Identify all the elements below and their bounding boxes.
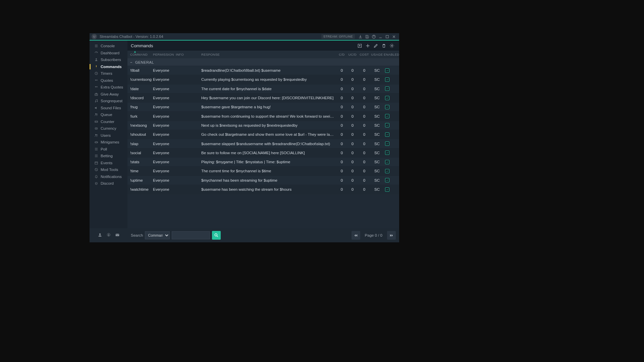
maximize-icon[interactable] — [384, 34, 390, 40]
import-icon[interactable] — [356, 42, 364, 50]
minimize-icon[interactable] — [377, 34, 384, 40]
cell-permission: Everyone — [153, 132, 176, 136]
sidebar-item-queue[interactable]: Queue — [90, 111, 127, 118]
checkbox-icon[interactable] — [385, 150, 389, 155]
sidebar-item-give-away[interactable]: Give Away — [90, 91, 127, 98]
table-row[interactable]: !lurkEveryone$username from continueing … — [127, 112, 399, 121]
table-row[interactable]: !socialEveryoneBe sure to follow me on [… — [127, 148, 399, 158]
cell-enabled — [384, 132, 399, 137]
search-input[interactable] — [172, 231, 210, 239]
col-header-cd[interactable]: C/D — [337, 53, 347, 56]
delete-icon[interactable] — [380, 42, 388, 50]
cell-permission: Everyone — [153, 77, 176, 81]
help-icon[interactable] — [370, 34, 377, 40]
svg-point-15 — [96, 134, 97, 135]
close-icon[interactable] — [390, 34, 397, 40]
checkbox-icon[interactable] — [385, 178, 389, 182]
sidebar-item-timers[interactable]: Timers — [90, 70, 127, 77]
settings-icon[interactable] — [388, 42, 396, 50]
checkbox-icon[interactable] — [385, 123, 389, 127]
sidebar-item-sound-files[interactable]: Sound Files — [90, 105, 127, 112]
page-title: Commands — [131, 43, 153, 48]
edit-icon[interactable] — [372, 42, 380, 50]
checkbox-icon[interactable] — [385, 169, 389, 173]
svg-point-9 — [95, 114, 96, 115]
sidebar-item-commands[interactable]: Commands — [90, 63, 127, 70]
col-header-cost[interactable]: COST — [358, 53, 370, 56]
save-icon[interactable] — [364, 34, 370, 40]
checkbox-icon[interactable] — [385, 187, 389, 192]
group-row[interactable]: − GENERAL — [127, 59, 399, 66]
col-header-usage[interactable]: USAGE — [370, 53, 384, 56]
gear-icon[interactable] — [106, 233, 111, 238]
col-header-info[interactable]: INFO — [176, 53, 201, 56]
cell-usage: SC — [370, 151, 384, 155]
sort-indicator-icon: ▲ — [133, 50, 137, 53]
bars-icon — [94, 147, 98, 151]
table-row[interactable]: !8ballEveryone$readrandline(D:\Chatbot\8… — [127, 66, 399, 75]
cell-response: $username slapped $randusername with $re… — [201, 142, 337, 146]
mail-icon[interactable] — [115, 233, 120, 238]
cell-command: !shoutout — [127, 132, 153, 136]
search-button[interactable] — [212, 231, 221, 240]
sidebar-item-users[interactable]: Users — [90, 132, 127, 139]
page-last-button[interactable] — [387, 231, 396, 240]
download-icon[interactable] — [357, 34, 364, 40]
sidebar-item-discord[interactable]: Discord — [90, 180, 127, 187]
cell-enabled — [384, 114, 399, 118]
sidebar-item-events[interactable]: Events — [90, 160, 127, 167]
cell-command: !discord — [127, 96, 153, 100]
sidebar-item-extra-quotes[interactable]: Extra Quotes — [90, 84, 127, 91]
user-icon[interactable] — [98, 233, 102, 238]
table-row[interactable]: !dateEveryoneThe current date for $mycha… — [127, 84, 399, 94]
sidebar-item-counter[interactable]: Counter — [90, 118, 127, 125]
checkbox-icon[interactable] — [385, 77, 389, 82]
sidebar-item-betting[interactable]: Betting — [90, 153, 127, 160]
add-icon[interactable] — [364, 42, 372, 50]
table-row[interactable]: !currentsongEveryoneCurrently playing $c… — [127, 75, 399, 84]
checkbox-icon[interactable] — [385, 86, 389, 91]
sidebar-item-dashboard[interactable]: Dashboard — [90, 50, 127, 57]
checkbox-icon[interactable] — [385, 141, 389, 146]
cell-usage: SC — [370, 123, 384, 127]
cell-cd: 0 — [337, 77, 347, 81]
table-row[interactable]: !watchtimeEveryone$username has been wat… — [127, 185, 399, 194]
sidebar-item-console[interactable]: Console — [90, 43, 127, 50]
col-header-command[interactable]: COMMAND — [127, 53, 153, 56]
cell-usage: SC — [370, 160, 384, 164]
sidebar-item-minigames[interactable]: Minigames — [90, 139, 127, 146]
table-row[interactable]: !shoutoutEveryoneGo check out $targetnam… — [127, 130, 399, 139]
table-row[interactable]: !timeEveryoneThe current time for $mycha… — [127, 167, 399, 176]
checkbox-icon[interactable] — [385, 160, 389, 164]
table-row[interactable]: !statsEveryonePlaying: $mygame | Title: … — [127, 158, 399, 167]
checkbox-icon[interactable] — [385, 105, 389, 109]
col-header-enabled[interactable]: ENABLED — [384, 53, 399, 56]
col-header-response[interactable]: RESPONSE — [201, 53, 337, 56]
sidebar-item-currency[interactable]: Currency — [90, 125, 127, 132]
checkbox-icon[interactable] — [385, 68, 389, 73]
table-row[interactable]: !uptimeEveryone$mychannel has been strea… — [127, 176, 399, 185]
sidebar-item-mod-tools[interactable]: Mod Tools — [90, 166, 127, 173]
checkbox-icon[interactable] — [385, 114, 389, 118]
cell-ucd: 0 — [347, 169, 358, 173]
sidebar-item-quotes[interactable]: Quotes — [90, 77, 127, 84]
col-header-permission[interactable]: PERMISSION — [153, 53, 176, 56]
checkbox-icon[interactable] — [385, 132, 389, 137]
sidebar-item-poll[interactable]: Poll — [90, 146, 127, 153]
table-row[interactable]: !slapEveryone$username slapped $randuser… — [127, 139, 399, 148]
page-first-button[interactable] — [352, 231, 360, 240]
cell-permission: Everyone — [153, 105, 176, 109]
sidebar-item-songrequest[interactable]: Songrequest — [90, 98, 127, 105]
col-header-ucd[interactable]: UC/D — [347, 53, 358, 56]
table-row[interactable]: !discordEveryoneHey $username you can jo… — [127, 94, 399, 103]
checkbox-icon[interactable] — [385, 96, 389, 100]
sidebar-item-subscribers[interactable]: Subscribers — [90, 56, 127, 63]
cell-cost: 0 — [358, 132, 370, 136]
cell-cd: 0 — [337, 123, 347, 127]
table-row[interactable]: !hugEveryone$username gave $targetname a… — [127, 103, 399, 112]
sidebar-item-label: Mod Tools — [101, 168, 118, 172]
search-type-select[interactable]: CommandResponse — [145, 231, 170, 239]
dash-icon — [94, 51, 98, 55]
table-row[interactable]: !nextsongEveryoneNext up is $nextsong as… — [127, 121, 399, 130]
sidebar-item-notifications[interactable]: Notifications — [90, 173, 127, 180]
